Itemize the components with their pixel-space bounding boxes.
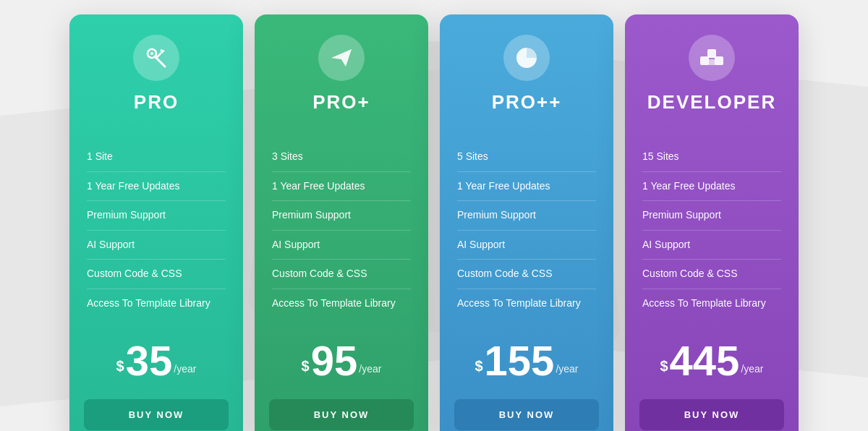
price-amount-proplus: 95 <box>311 340 358 382</box>
price-amount-proplusplus: 155 <box>485 340 555 382</box>
plan-title-developer: DEVELOPER <box>647 91 776 114</box>
feature-item: 1 Site <box>87 142 226 172</box>
feature-item: Access To Template Library <box>457 289 596 318</box>
card-header-proplusplus: PRO++ <box>440 14 613 128</box>
feature-item: Premium Support <box>272 201 411 231</box>
buy-button-pro[interactable]: BUY NOW <box>84 399 229 430</box>
card-header-proplus: PRO+ <box>255 14 428 128</box>
feature-item: Custom Code & CSS <box>457 260 596 289</box>
card-body-developer: 15 Sites 1 Year Free Updates Premium Sup… <box>625 128 799 325</box>
price-period-proplus: /year <box>359 363 381 375</box>
price-dollar-proplusplus: $ <box>475 358 482 375</box>
card-header-pro: PRO <box>69 14 243 128</box>
feature-item: 15 Sites <box>642 142 781 172</box>
card-price-proplusplus: $ 155 /year <box>440 325 613 389</box>
price-period-proplusplus: /year <box>556 363 578 375</box>
feature-item: AI Support <box>87 231 226 260</box>
feature-item: Custom Code & CSS <box>272 260 411 289</box>
card-price-pro: $ 35 /year <box>69 325 243 389</box>
plan-title-proplus: PRO+ <box>312 91 370 114</box>
price-dollar-pro: $ <box>116 358 124 375</box>
feature-item: Custom Code & CSS <box>642 260 781 289</box>
price-dollar-developer: $ <box>660 358 668 375</box>
feature-item: 3 Sites <box>272 142 411 172</box>
feature-item: Access To Template Library <box>642 289 781 318</box>
pricing-container: PRO 1 Site 1 Year Free Updates Premium S… <box>55 0 813 431</box>
feature-item: Access To Template Library <box>272 289 411 318</box>
card-footer-proplusplus: BUY NOW <box>440 389 613 431</box>
price-period-developer: /year <box>741 363 763 375</box>
buy-button-proplus[interactable]: BUY NOW <box>269 399 414 430</box>
feature-item: 1 Year Free Updates <box>457 172 596 202</box>
card-price-developer: $ 445 /year <box>625 325 799 389</box>
svg-point-2 <box>150 52 153 55</box>
boxes-icon <box>689 35 735 81</box>
buy-button-proplusplus[interactable]: BUY NOW <box>454 399 599 430</box>
paper-plane-icon <box>318 35 365 81</box>
pricing-card-pro: PRO 1 Site 1 Year Free Updates Premium S… <box>69 14 243 431</box>
feature-item: Access To Template Library <box>87 289 226 318</box>
pricing-card-proplusplus: PRO++ 5 Sites 1 Year Free Updates Premiu… <box>440 14 613 431</box>
svg-rect-10 <box>707 59 716 65</box>
pricing-card-proplus: PRO+ 3 Sites 1 Year Free Updates Premium… <box>255 14 428 431</box>
feature-item: Premium Support <box>457 201 596 231</box>
price-amount-developer: 445 <box>670 340 740 382</box>
feature-item: 1 Year Free Updates <box>642 172 781 202</box>
price-amount-pro: 35 <box>126 340 173 382</box>
svg-rect-9 <box>707 49 716 58</box>
wrench-compass-icon <box>133 35 179 81</box>
buy-button-developer[interactable]: BUY NOW <box>639 399 784 430</box>
card-body-proplus: 3 Sites 1 Year Free Updates Premium Supp… <box>255 128 428 325</box>
feature-item: 5 Sites <box>457 142 596 172</box>
card-price-proplus: $ 95 /year <box>255 325 428 389</box>
pie-chart-icon <box>503 35 550 81</box>
feature-item: Premium Support <box>87 201 226 231</box>
plan-title-proplusplus: PRO++ <box>492 91 562 114</box>
feature-item: AI Support <box>457 231 596 260</box>
card-footer-proplus: BUY NOW <box>255 389 428 431</box>
card-header-developer: DEVELOPER <box>625 14 799 128</box>
pricing-card-developer: DEVELOPER 15 Sites 1 Year Free Updates P… <box>625 14 799 431</box>
card-body-pro: 1 Site 1 Year Free Updates Premium Suppo… <box>69 128 243 325</box>
plan-title-pro: PRO <box>134 91 179 114</box>
card-body-proplusplus: 5 Sites 1 Year Free Updates Premium Supp… <box>440 128 613 325</box>
feature-item: Premium Support <box>642 201 781 231</box>
feature-item: 1 Year Free Updates <box>87 172 226 202</box>
card-footer-developer: BUY NOW <box>625 389 799 431</box>
feature-item: Custom Code & CSS <box>87 260 226 289</box>
price-dollar-proplus: $ <box>302 358 310 375</box>
feature-item: 1 Year Free Updates <box>272 172 411 202</box>
card-footer-pro: BUY NOW <box>69 389 243 431</box>
feature-item: AI Support <box>642 231 781 260</box>
price-period-pro: /year <box>174 363 196 375</box>
feature-item: AI Support <box>272 231 411 260</box>
